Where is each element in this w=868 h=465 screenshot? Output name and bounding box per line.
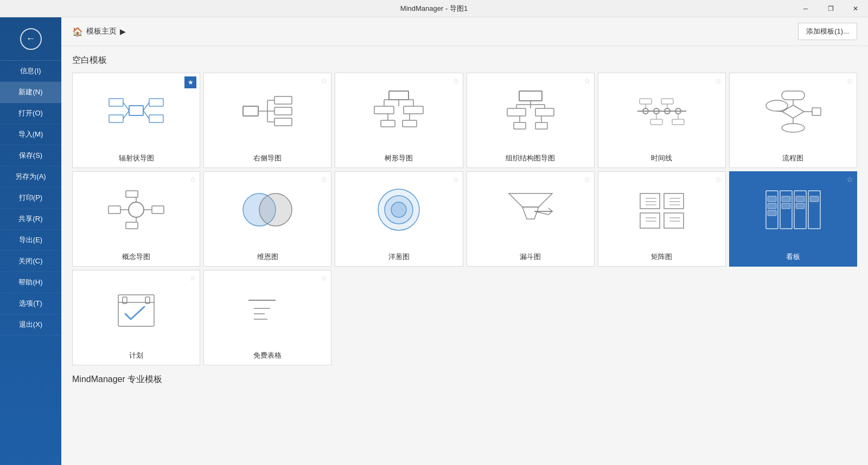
sidebar-item-saveas[interactable]: 另存为(A) (0, 166, 61, 188)
svg-rect-18 (389, 91, 409, 100)
template-label-table: 免费表格 (204, 346, 331, 365)
template-card-matrix[interactable]: ☆ (598, 171, 726, 267)
fav-icon-timeline: ☆ (715, 76, 722, 85)
org-svg (501, 87, 560, 135)
svg-point-73 (259, 193, 292, 226)
template-grid: ★ (72, 73, 857, 365)
svg-rect-3 (149, 99, 163, 106)
fav-icon: ☆ (321, 76, 328, 85)
fav-icon-flowchart: ☆ (846, 76, 853, 85)
template-card-flowchart[interactable]: ☆ (729, 73, 857, 168)
template-label-funnel: 漏斗图 (467, 248, 594, 266)
kanban-svg (763, 185, 823, 234)
svg-rect-22 (403, 120, 417, 127)
template-card-funnel[interactable]: ☆ 漏斗图 (467, 171, 595, 267)
template-icon-org: ☆ (467, 73, 594, 149)
template-card-plan[interactable]: ☆ 计划 (72, 270, 200, 365)
radial-svg (106, 87, 166, 135)
template-icon-table: ☆ (204, 270, 331, 346)
sidebar-item-open[interactable]: 打开(O) (0, 103, 61, 124)
back-circle-icon: ← (20, 28, 42, 50)
svg-rect-64 (108, 206, 120, 214)
svg-rect-48 (661, 99, 673, 104)
svg-rect-54 (782, 91, 805, 100)
fav-icon-org: ☆ (584, 76, 591, 85)
template-icon-plan: ☆ (73, 270, 200, 346)
svg-rect-11 (275, 107, 292, 115)
sidebar-item-import[interactable]: 导入(M) (0, 124, 61, 145)
window-controls: ─ ❐ ✕ (793, 0, 868, 17)
template-icon-concept: ☆ (73, 172, 200, 248)
sidebar-item-save[interactable]: 保存(S) (0, 145, 61, 166)
template-label-radial: 辐射状导图 (73, 149, 200, 167)
blank-section-title: 空白模板 (72, 55, 857, 66)
template-label-right: 右侧导图 (204, 149, 331, 167)
breadcrumb-arrow: ▶ (120, 27, 126, 36)
svg-rect-66 (126, 191, 138, 197)
template-icon-radial: ★ (73, 73, 200, 149)
svg-rect-100 (768, 203, 776, 209)
template-label-onion: 洋葱图 (335, 248, 462, 266)
svg-point-63 (129, 202, 144, 217)
template-card-onion[interactable]: ☆ 洋葱图 (335, 171, 463, 267)
svg-rect-82 (664, 193, 684, 209)
svg-rect-105 (796, 203, 805, 209)
add-template-button[interactable]: 添加模板(1)... (798, 23, 857, 40)
template-label-org: 组织结构图导图 (467, 149, 594, 167)
flowchart-svg (763, 87, 823, 135)
template-card-concept[interactable]: ☆ 概念导图 (72, 171, 200, 267)
tree-svg (369, 87, 429, 135)
svg-point-60 (782, 124, 805, 132)
fav-icon-onion: ☆ (452, 175, 459, 184)
breadcrumb: 🏠 模板主页 ▶ (72, 27, 126, 37)
svg-rect-102 (782, 196, 790, 202)
template-card-radial[interactable]: ★ (72, 73, 200, 168)
titlebar: MindManager - 导图1 ─ ❐ ✕ (0, 0, 868, 17)
template-card-org[interactable]: ☆ (467, 73, 595, 168)
template-card-table[interactable]: ☆ 免费表格 (203, 270, 331, 365)
timeline-svg (632, 87, 692, 135)
svg-rect-1 (109, 99, 123, 106)
svg-rect-107 (118, 295, 154, 326)
sidebar-item-export[interactable]: 导出(E) (0, 230, 61, 251)
svg-point-76 (391, 202, 406, 217)
funnel-svg (501, 185, 560, 234)
sidebar-item-exit[interactable]: 退出(X) (0, 314, 61, 335)
home-icon[interactable]: 🏠 (72, 27, 83, 37)
svg-rect-106 (810, 196, 819, 202)
svg-point-61 (766, 100, 788, 111)
svg-rect-65 (152, 206, 164, 214)
template-icon-tree: ☆ (335, 73, 462, 149)
template-card-timeline[interactable]: ☆ (598, 73, 726, 168)
svg-rect-31 (507, 108, 526, 116)
template-icon-timeline: ☆ (598, 73, 725, 149)
sidebar-item-new[interactable]: 新建(N) (0, 82, 61, 103)
svg-line-6 (123, 111, 129, 119)
svg-rect-20 (404, 106, 423, 114)
sidebar-item-info[interactable]: 信息(I) (0, 61, 61, 82)
svg-marker-56 (782, 105, 804, 118)
sidebar-item-help[interactable]: 帮助(H) (0, 272, 61, 293)
template-label-concept: 概念导图 (73, 248, 200, 266)
template-card-venn[interactable]: ☆ 维恩图 (203, 171, 331, 267)
fav-icon-table: ☆ (321, 274, 328, 282)
svg-rect-47 (650, 119, 662, 125)
template-label-venn: 维恩图 (204, 248, 331, 266)
template-label-tree: 树形导图 (335, 149, 462, 167)
template-card-kanban[interactable]: ☆ (729, 171, 857, 267)
back-button[interactable]: ← (0, 17, 61, 61)
minimize-button[interactable]: ─ (793, 0, 818, 17)
restore-button[interactable]: ❐ (818, 0, 843, 17)
sidebar-item-print[interactable]: 打印(P) (0, 188, 61, 209)
sidebar-item-share[interactable]: 共享(R) (0, 209, 61, 230)
template-card-right[interactable]: ☆ 右侧导图 (203, 73, 331, 168)
breadcrumb-label[interactable]: 模板主页 (86, 27, 117, 36)
svg-marker-78 (522, 207, 539, 219)
sidebar-item-options[interactable]: 选项(T) (0, 293, 61, 314)
close-button[interactable]: ✕ (843, 0, 868, 17)
svg-rect-67 (126, 222, 138, 229)
fav-icon-funnel: ☆ (584, 175, 591, 184)
template-card-tree[interactable]: ☆ (335, 73, 463, 168)
sidebar-item-close[interactable]: 关闭(C) (0, 251, 61, 272)
app-body: ← 信息(I) 新建(N) 打开(O) 导入(M) 保存(S) 另存为(A) 打… (0, 17, 868, 465)
